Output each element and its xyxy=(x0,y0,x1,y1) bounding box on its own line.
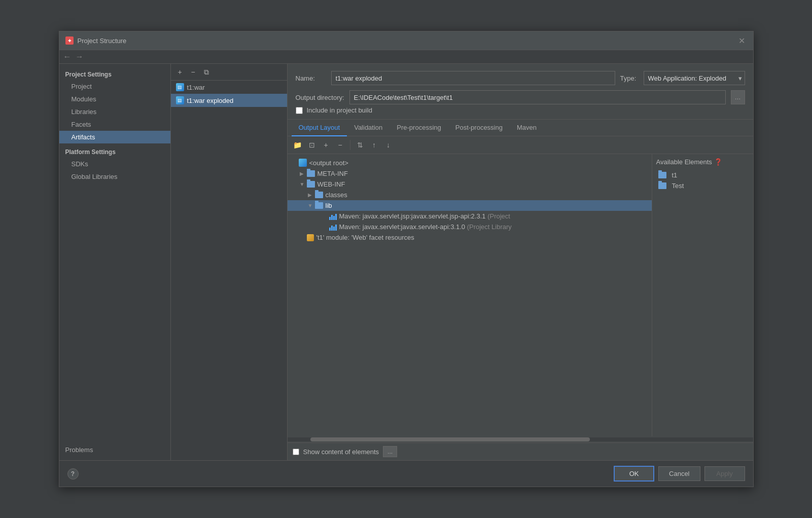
include-build-row: Include in project build xyxy=(296,106,745,114)
folder-icon-classes xyxy=(315,192,323,198)
project-settings-header: Project Settings xyxy=(59,68,170,80)
maven-icon-2 xyxy=(329,224,337,231)
available-item-test[interactable]: Test xyxy=(656,180,749,191)
add-artifact-button[interactable]: + xyxy=(175,67,185,77)
tree-panel: <output root> ▶ META-INF xyxy=(288,154,652,436)
maven-icon-1 xyxy=(329,213,337,220)
title-bar-left: ✦ Project Structure xyxy=(65,36,127,45)
type-select[interactable]: Web Application: Exploded Web Applicatio… xyxy=(644,71,745,85)
artifact-icon: ▤ xyxy=(176,83,184,91)
close-button[interactable]: ✕ xyxy=(737,35,747,46)
output-root-icon xyxy=(299,159,307,167)
forward-button[interactable]: → xyxy=(76,52,84,61)
artifact-list-panel: + − ⧉ ▤ t1:war ▤ t1:war exploded xyxy=(171,64,288,460)
copy-artifact-button[interactable]: ⧉ xyxy=(201,67,211,77)
scrollbar-thumb xyxy=(310,437,590,441)
artifact-toolbar: + − ⧉ xyxy=(171,64,287,81)
apply-button[interactable]: Apply xyxy=(704,466,745,481)
artifact-item-t1war-exploded[interactable]: ▤ t1:war exploded xyxy=(171,94,287,107)
sort-btn[interactable]: ⇅ xyxy=(354,139,366,151)
sidebar-item-libraries[interactable]: Libraries xyxy=(59,105,170,118)
tab-content: 📁 ⊡ + − ⇅ ↑ ↓ xyxy=(288,136,753,460)
sidebar: Project Settings Project Modules Librari… xyxy=(59,64,171,460)
output-dir-label: Output directory: xyxy=(296,94,344,101)
available-elements-header: Available Elements ❓ xyxy=(656,158,749,166)
title-bar: ✦ Project Structure ✕ xyxy=(59,31,753,50)
nav-bar: ← → xyxy=(59,50,753,64)
move-up-btn[interactable]: ↑ xyxy=(368,139,380,151)
tree-node-lib[interactable]: ▼ lib xyxy=(288,200,652,211)
sidebar-item-project[interactable]: Project xyxy=(59,80,170,93)
layout-toolbar: 📁 ⊡ + − ⇅ ↑ ↓ xyxy=(288,136,753,154)
output-dir-row: Output directory: … xyxy=(296,90,745,104)
show-content-row: Show content of elements ... xyxy=(293,446,398,457)
tabs-section: Output Layout Validation Pre-processing … xyxy=(288,120,753,136)
add-folder-btn[interactable]: 📁 xyxy=(292,139,304,151)
platform-settings-header: Platform Settings xyxy=(59,143,170,158)
project-structure-dialog: ✦ Project Structure ✕ ← → Project Settin… xyxy=(59,31,754,487)
artifact-icon-exploded: ▤ xyxy=(176,96,184,104)
content-area: Project Settings Project Modules Librari… xyxy=(59,64,753,460)
tree-node-meta-inf[interactable]: ▶ META-INF xyxy=(288,168,652,179)
cancel-button[interactable]: Cancel xyxy=(658,466,700,481)
artifact-list: ▤ t1:war ▤ t1:war exploded xyxy=(171,81,287,460)
tree-node-web-inf[interactable]: ▼ WEB-INF xyxy=(288,179,652,190)
right-panel: Name: Type: Web Application: Exploded We… xyxy=(288,64,753,460)
folder-icon-web-inf xyxy=(307,181,315,188)
available-help-icon[interactable]: ❓ xyxy=(714,158,722,166)
add-item-btn[interactable]: + xyxy=(320,139,332,151)
tree-node-output-root[interactable]: <output root> xyxy=(288,157,652,168)
tab-validation[interactable]: Validation xyxy=(347,120,390,136)
remove-artifact-button[interactable]: − xyxy=(188,67,198,77)
ellipsis-button[interactable]: ... xyxy=(383,446,397,457)
include-build-label[interactable]: Include in project build xyxy=(307,106,372,114)
tree-node-classes[interactable]: ▶ classes xyxy=(288,190,652,200)
remove-item-btn[interactable]: − xyxy=(334,139,346,151)
toolbar-separator xyxy=(350,140,350,150)
sidebar-item-facets[interactable]: Facets xyxy=(59,118,170,131)
sidebar-item-modules[interactable]: Modules xyxy=(59,93,170,105)
sidebar-item-artifacts[interactable]: Artifacts xyxy=(59,131,170,143)
tab-maven[interactable]: Maven xyxy=(510,120,544,136)
sidebar-item-sdks[interactable]: SDKs xyxy=(59,158,170,170)
ok-button[interactable]: OK xyxy=(614,466,654,482)
tab-output-layout[interactable]: Output Layout xyxy=(292,120,347,136)
tree-node-maven1[interactable]: Maven: javax.servlet.jsp:javax.servlet.j… xyxy=(288,211,652,221)
tab-pre-processing[interactable]: Pre-processing xyxy=(390,120,448,136)
dialog-title: Project Structure xyxy=(78,37,127,45)
app-icon: ✦ xyxy=(65,36,74,45)
move-down-btn[interactable]: ↓ xyxy=(382,139,395,151)
name-row: Name: Type: Web Application: Exploded We… xyxy=(296,71,745,85)
available-elements-panel: Available Elements ❓ t1 Test xyxy=(652,154,753,436)
type-label: Type: xyxy=(620,75,641,82)
sidebar-item-problems[interactable]: Problems xyxy=(59,442,170,456)
available-item-t1[interactable]: t1 xyxy=(656,170,749,180)
artifact-item-t1war[interactable]: ▤ t1:war xyxy=(171,81,287,94)
main-content: + − ⧉ ▤ t1:war ▤ t1:war exploded xyxy=(171,64,753,460)
folder-icon-lib xyxy=(315,202,323,209)
module-icon xyxy=(307,234,314,241)
tree-node-module-facet[interactable]: 't1' module: 'Web' facet resources xyxy=(288,232,652,243)
show-content-label[interactable]: Show content of elements xyxy=(303,448,379,456)
name-label: Name: xyxy=(296,75,326,82)
include-build-checkbox[interactable] xyxy=(296,107,303,114)
sidebar-item-global-libraries[interactable]: Global Libraries xyxy=(59,170,170,183)
tree-node-maven2[interactable]: Maven: javax.servlet:javax.servlet-api:3… xyxy=(288,221,652,232)
show-content-checkbox[interactable] xyxy=(293,449,299,455)
output-dir-input[interactable] xyxy=(349,90,726,104)
browse-button[interactable]: … xyxy=(731,90,745,104)
type-select-wrapper: Web Application: Exploded Web Applicatio… xyxy=(644,71,745,85)
horizontal-scrollbar[interactable] xyxy=(288,437,753,441)
folder-icon-meta-inf xyxy=(307,170,315,177)
add-file-btn[interactable]: ⊡ xyxy=(306,139,318,151)
dialog-footer: ? OK Cancel Apply xyxy=(59,460,753,487)
tree-area: <output root> ▶ META-INF xyxy=(288,154,753,436)
back-button[interactable]: ← xyxy=(63,52,72,61)
available-folder-t1 xyxy=(658,172,666,178)
layout-panel: 📁 ⊡ + − ⇅ ↑ ↓ xyxy=(288,136,753,460)
name-input[interactable] xyxy=(331,71,615,85)
tab-post-processing[interactable]: Post-processing xyxy=(448,120,510,136)
type-wrapper: Type: Web Application: Exploded Web Appl… xyxy=(620,71,745,85)
help-button[interactable]: ? xyxy=(67,468,79,479)
tabs-bar: Output Layout Validation Pre-processing … xyxy=(288,120,753,136)
